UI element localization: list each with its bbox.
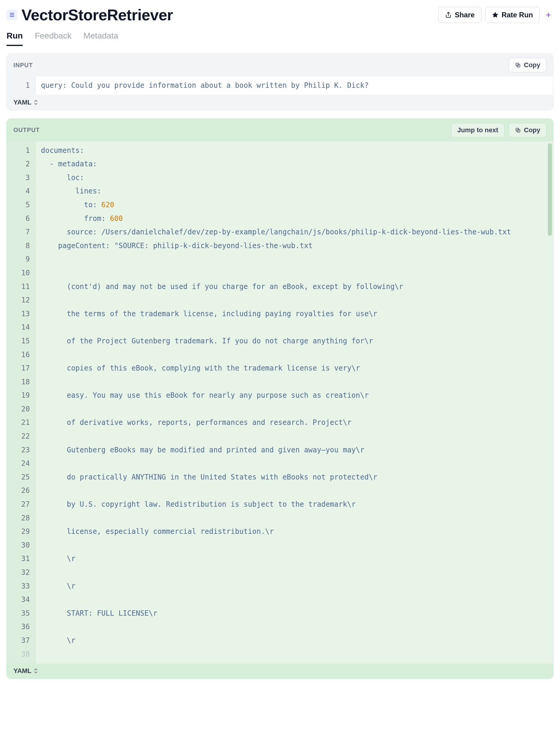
tabs: Run Feedback Metadata — [6, 30, 554, 46]
header-actions: Share Rate Run + — [438, 7, 554, 23]
add-button[interactable]: + — [543, 10, 554, 20]
input-format-select[interactable]: YAML — [14, 99, 38, 106]
output-copy-button[interactable]: Copy — [509, 123, 546, 137]
component-icon — [6, 9, 17, 20]
output-label: OUTPUT — [14, 126, 40, 134]
page-title: VectorStoreRetriever — [21, 6, 173, 24]
title-group: VectorStoreRetriever — [6, 6, 173, 24]
input-label: INPUT — [14, 62, 33, 69]
svg-rect-1 — [10, 15, 14, 16]
tab-run[interactable]: Run — [6, 30, 23, 46]
output-code-content[interactable]: documents: - metadata: loc: lines: to: 6… — [36, 141, 553, 664]
copy-label: Copy — [524, 61, 540, 69]
jump-to-next-button[interactable]: Jump to next — [451, 123, 504, 137]
copy-label: Copy — [524, 126, 540, 134]
copy-icon — [515, 127, 521, 133]
input-code-content[interactable]: query: Could you provide information abo… — [36, 76, 553, 95]
share-button[interactable]: Share — [438, 7, 481, 23]
star-icon — [492, 12, 499, 18]
share-icon — [445, 12, 452, 18]
jump-label: Jump to next — [457, 126, 498, 134]
input-panel: INPUT Copy 1 query: Could you provide in… — [6, 54, 554, 110]
rate-run-button[interactable]: Rate Run — [485, 7, 540, 23]
svg-rect-0 — [10, 13, 14, 14]
copy-icon — [515, 62, 521, 68]
output-footer: YAML — [7, 663, 553, 678]
tab-metadata[interactable]: Metadata — [83, 30, 118, 46]
input-code: 1 query: Could you provide information a… — [7, 76, 553, 95]
svg-marker-4 — [493, 12, 498, 17]
output-panel: OUTPUT Jump to next Copy 123456789101112… — [6, 119, 554, 679]
input-footer: YAML — [7, 95, 553, 110]
output-code: 1234567891011121314151617181920212223242… — [7, 141, 553, 664]
chevron-updown-icon — [34, 100, 38, 105]
share-label: Share — [455, 11, 475, 19]
output-gutter: 1234567891011121314151617181920212223242… — [7, 141, 36, 664]
svg-rect-2 — [10, 16, 14, 17]
input-header: INPUT Copy — [7, 54, 553, 76]
scrollbar[interactable] — [548, 143, 552, 236]
input-gutter: 1 — [7, 76, 36, 95]
header: VectorStoreRetriever Share Rate Run + — [6, 6, 554, 24]
chevron-updown-icon — [34, 668, 38, 674]
output-header: OUTPUT Jump to next Copy — [7, 119, 553, 141]
input-copy-button[interactable]: Copy — [509, 58, 546, 72]
output-format-select[interactable]: YAML — [14, 667, 38, 675]
rate-label: Rate Run — [501, 11, 533, 19]
tab-feedback[interactable]: Feedback — [35, 30, 71, 46]
